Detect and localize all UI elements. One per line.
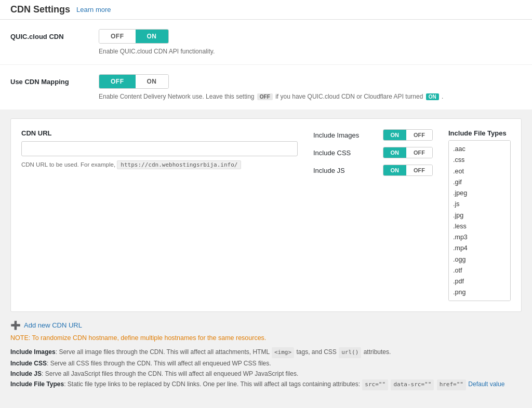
include-js-row: Include JS ON OFF (313, 165, 433, 176)
quic-cloud-on-button[interactable]: ON (136, 30, 168, 43)
file-type-item: .less (453, 221, 506, 232)
file-type-item: .mp3 (453, 232, 506, 243)
add-cdn-url-row: ➕ Add new CDN URL (10, 320, 522, 330)
file-type-item: .otf (453, 265, 506, 276)
file-type-item: .mp4 (453, 243, 506, 254)
note-description: Include Images: Serve all image files th… (10, 347, 522, 390)
filetypes-code2: data-src="" (391, 379, 434, 390)
include-images-off-button[interactable]: OFF (406, 130, 432, 140)
cdn-mapping-setting-row: Use CDN Mapping OFF ON Enable Content De… (0, 65, 532, 110)
include-images-label: Include Images (313, 131, 359, 139)
file-types-list[interactable]: .aac.css.eot.gif.jpeg.js.jpg.less.mp3.mp… (448, 140, 511, 301)
note-include-images-desc3: attributes. (364, 348, 391, 356)
file-type-item: .aac (453, 144, 506, 155)
include-js-label: Include JS (313, 167, 345, 174)
cdn-mapping-on-button[interactable]: ON (136, 75, 168, 88)
note-include-images-text: Serve all image files through the CDN. T… (59, 348, 269, 356)
page-title: CDN Settings (10, 4, 70, 15)
include-images-toggle-group: ON OFF (383, 129, 433, 141)
content-area: QUIC.cloud CDN OFF ON Enable QUIC.cloud … (0, 20, 532, 390)
note-include-images-desc2: tags, and CSS (296, 348, 336, 356)
include-images-code1: <img> (272, 347, 294, 358)
include-css-toggle-group: ON OFF (383, 147, 433, 158)
note-include-js-strong: Include JS (10, 370, 42, 377)
cdn-url-section: CDN URL CDN URL to be used. For example,… (21, 129, 298, 301)
note-include-js-desc: Serve all JavaScript files through the C… (45, 370, 299, 377)
cdn-url-example: CDN URL to be used. For example, https:/… (21, 160, 298, 169)
file-type-item: .pdf (453, 276, 506, 287)
note-include-css-desc: Serve all CSS files through the CDN. Thi… (50, 360, 271, 367)
include-js-off-button[interactable]: OFF (406, 165, 432, 175)
include-css-label: Include CSS (313, 149, 351, 157)
cdn-mapping-desc-prefix: Enable Content Delivery Network use. Lea… (99, 93, 255, 100)
file-type-item: .svg (453, 298, 506, 302)
cdn-mapping-badge-off: OFF (257, 93, 273, 100)
cdn-mapping-row-inner: Use CDN Mapping OFF ON (10, 74, 522, 89)
file-type-item: .gif (453, 177, 506, 188)
quic-cloud-off-button[interactable]: OFF (99, 30, 136, 43)
quic-cloud-setting-row: QUIC.cloud CDN OFF ON Enable QUIC.cloud … (0, 20, 532, 65)
cdn-mapping-description: Enable Content Delivery Network use. Lea… (99, 93, 522, 100)
cdn-mapping-desc-middle: if you have QUIC.cloud CDN or Cloudflare… (275, 93, 423, 100)
file-type-item: .ogg (453, 254, 506, 265)
cdn-mapping-toggle-group: OFF ON (99, 74, 169, 89)
file-type-item: .png (453, 287, 506, 298)
note-include-css-strong: Include CSS (10, 360, 47, 367)
learn-more-link[interactable]: Learn more (76, 6, 111, 13)
note-include-filetypes-strong: Include File Types (10, 380, 64, 388)
include-images-row: Include Images ON OFF (313, 129, 433, 141)
include-css-on-button[interactable]: ON (383, 147, 407, 158)
note-include-images-strong: Include Images (10, 348, 56, 356)
plus-icon: ➕ (10, 320, 21, 330)
include-js-toggle-group: ON OFF (383, 165, 433, 176)
cdn-url-input[interactable] (21, 141, 298, 156)
file-types-section: Include File Types .aac.css.eot.gif.jpeg… (448, 129, 511, 301)
filetypes-code3: href="" (437, 379, 466, 390)
cdn-mapping-desc-suffix: . (442, 93, 443, 100)
cdn-mapping-off-button[interactable]: OFF (99, 75, 136, 88)
header-bar: CDN Settings Learn more (0, 0, 532, 20)
include-js-on-button[interactable]: ON (383, 165, 407, 175)
quic-cloud-row-inner: QUIC.cloud CDN OFF ON (10, 29, 522, 44)
quic-cloud-toggle-group: OFF ON (99, 29, 169, 44)
note-include-filetypes-desc: Static file type links to be replaced by… (68, 380, 360, 388)
page-wrapper: CDN Settings Learn more QUIC.cloud CDN O… (0, 0, 532, 390)
include-css-off-button[interactable]: OFF (406, 147, 432, 158)
note-randomize: NOTE: To randomize CDN hostname, define … (10, 334, 522, 342)
default-value-link[interactable]: Default value (468, 380, 504, 388)
cdn-url-example-prefix: CDN URL to be used. For example, (21, 161, 115, 168)
file-type-item: .css (453, 155, 506, 166)
cdn-config-inner: CDN URL CDN URL to be used. For example,… (21, 129, 511, 301)
quic-cloud-label: QUIC.cloud CDN (10, 33, 83, 40)
cdn-url-example-value: https://cdn.webhostingsrbija.info/ (117, 160, 241, 169)
file-type-item: .eot (453, 166, 506, 177)
include-images-on-button[interactable]: ON (383, 130, 407, 140)
filetypes-code1: src="" (362, 379, 388, 390)
include-options-section: Include Images ON OFF Include CSS ON OFF (313, 129, 433, 301)
include-images-code2: url() (339, 347, 361, 358)
file-type-item: .jpeg (453, 188, 506, 199)
note-section: NOTE: To randomize CDN hostname, define … (10, 334, 522, 390)
file-type-item: .js (453, 199, 506, 210)
file-types-label: Include File Types (448, 129, 511, 137)
include-css-row: Include CSS ON OFF (313, 147, 433, 158)
cdn-config-panel: CDN URL CDN URL to be used. For example,… (10, 118, 522, 312)
cdn-mapping-badge-on: ON (426, 93, 439, 100)
cdn-mapping-label: Use CDN Mapping (10, 78, 83, 86)
cdn-url-label: CDN URL (21, 129, 298, 137)
file-type-item: .jpg (453, 210, 506, 221)
quic-cloud-description: Enable QUIC.cloud CDN API functionality. (99, 48, 522, 55)
add-cdn-url-link[interactable]: Add new CDN URL (24, 321, 82, 329)
